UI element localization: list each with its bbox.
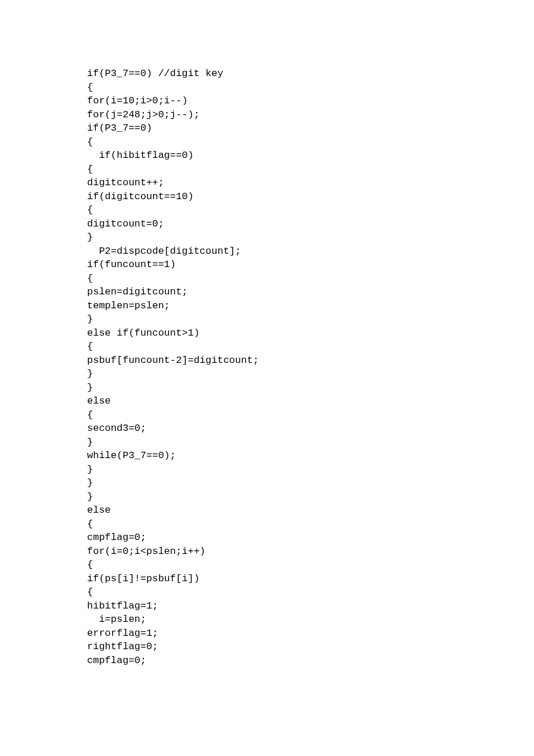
code-line: { [87, 163, 488, 177]
code-line: P2=dispcode[digitcount]; [87, 244, 488, 258]
code-line: errorflag=1; [87, 627, 488, 640]
code-line: if(P3_7==0) //digit key [87, 67, 488, 81]
code-line: if(digitcount==10) [87, 190, 488, 204]
code-line: } [87, 463, 488, 477]
code-line: } [87, 312, 488, 326]
code-line: if(ps[i]!=psbuf[i]) [87, 572, 488, 586]
code-line: } [87, 231, 488, 244]
code-line: if(hibitflag==0) [87, 149, 488, 163]
code-line: hibitflag=1; [87, 599, 488, 613]
code-line: else [87, 503, 488, 517]
code-line: } [87, 490, 488, 504]
code-line: } [87, 381, 488, 395]
code-line: { [87, 135, 488, 149]
code-line: if(funcount==1) [87, 258, 488, 272]
code-line: else [87, 394, 488, 408]
code-line: second3=0; [87, 422, 488, 435]
code-line: rightflag=0; [87, 640, 488, 654]
code-line: { [87, 517, 488, 531]
code-line: for(i=10;i>0;i--) [87, 94, 488, 108]
code-line: { [87, 558, 488, 572]
code-line: { [87, 272, 488, 286]
code-line: { [87, 340, 488, 354]
code-line: while(P3_7==0); [87, 449, 488, 463]
code-line: pslen=digitcount; [87, 285, 488, 299]
code-line: for(i=0;i<pslen;i++) [87, 545, 488, 559]
code-line: digitcount=0; [87, 217, 488, 231]
code-line: else if(funcount>1) [87, 326, 488, 340]
code-line: templen=pslen; [87, 299, 488, 313]
code-line: if(P3_7==0) [87, 121, 488, 135]
code-line: { [87, 203, 488, 217]
code-line: cmpflag=0; [87, 531, 488, 545]
code-line: i=pslen; [87, 613, 488, 627]
code-line: { [87, 585, 488, 599]
code-line: { [87, 408, 488, 422]
code-line: psbuf[funcount-2]=digitcount; [87, 354, 488, 368]
code-line: { [87, 81, 488, 95]
code-line: } [87, 476, 488, 490]
code-line: for(j=248;j>0;j--); [87, 108, 488, 122]
code-page: if(P3_7==0) //digit key { for(i=10;i>0;i… [0, 0, 534, 667]
code-line: cmpflag=0; [87, 654, 488, 668]
code-line: } [87, 367, 488, 381]
code-line: } [87, 435, 488, 449]
code-line: digitcount++; [87, 176, 488, 190]
